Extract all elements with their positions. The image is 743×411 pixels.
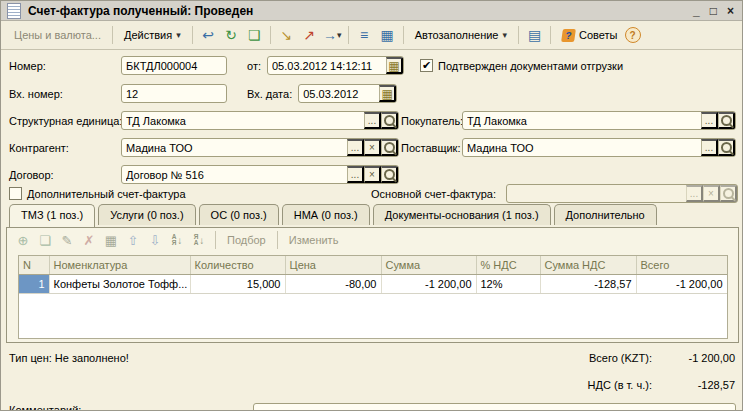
pick-button[interactable]: Подбор bbox=[222, 232, 271, 248]
delete-row-button[interactable]: ✗ bbox=[79, 231, 99, 250]
supplier-input[interactable] bbox=[463, 139, 701, 156]
table-row[interactable]: 1 Конфеты Золотое Тофф... 15,000 -80,00 … bbox=[19, 275, 727, 294]
maximize-button[interactable]: □ bbox=[710, 4, 717, 18]
in-date-field-wrap: ▦ bbox=[298, 84, 397, 103]
ellipsis-icon: ... bbox=[690, 188, 698, 199]
structural-unit-field-wrap: ... bbox=[121, 111, 399, 130]
move-up-button[interactable]: ⇧ bbox=[123, 231, 143, 250]
report-icon: ▤ bbox=[528, 28, 541, 42]
magnifier-icon bbox=[721, 115, 732, 126]
contract-select-button[interactable]: ... bbox=[347, 166, 364, 183]
cancel-posting-button[interactable]: ↗ bbox=[298, 25, 321, 46]
tips-label: Советы bbox=[579, 29, 617, 41]
in-number-input[interactable] bbox=[122, 85, 226, 102]
col-header-vat-percent: % НДС bbox=[476, 256, 540, 275]
go-to-button[interactable]: →▾ bbox=[321, 25, 344, 46]
cancel-posting-icon: ↗ bbox=[303, 28, 315, 42]
tab-services[interactable]: Услуги (0 поз.) bbox=[98, 204, 195, 225]
buyer-input[interactable] bbox=[463, 112, 701, 129]
edit-icon: ✎ bbox=[62, 233, 73, 248]
tab-os[interactable]: ОС (0 поз.) bbox=[199, 204, 279, 225]
tab-nma[interactable]: НМА (0 поз.) bbox=[282, 204, 370, 225]
cell-amount[interactable]: -1 200,00 bbox=[381, 275, 476, 294]
tips-button[interactable]: ? Советы bbox=[555, 25, 624, 46]
col-header-quantity: Количество bbox=[190, 256, 285, 275]
cell-total[interactable]: -1 200,00 bbox=[636, 275, 727, 294]
copy-document-button[interactable]: ❏ bbox=[243, 25, 266, 46]
list-rows-icon: ≡ bbox=[360, 28, 368, 42]
change-button[interactable]: Изменить bbox=[284, 232, 344, 248]
contractor-select-button[interactable]: ... bbox=[347, 139, 364, 156]
copy-row-button[interactable]: ❏ bbox=[35, 231, 55, 250]
additional-invoice-checkbox[interactable]: Дополнительный счет-фактура bbox=[9, 187, 186, 200]
buyer-open-button[interactable] bbox=[718, 112, 735, 129]
buyer-select-button[interactable]: ... bbox=[701, 112, 718, 129]
move-down-button[interactable]: ⇩ bbox=[145, 231, 165, 250]
actions-label: Действия bbox=[124, 29, 172, 41]
write-document-button[interactable]: ↩ bbox=[197, 25, 220, 46]
contractor-clear-button[interactable]: × bbox=[364, 139, 381, 156]
main-invoice-input[interactable] bbox=[507, 185, 686, 202]
actions-button[interactable]: Действия ▾ bbox=[117, 25, 188, 45]
cell-nomenclature[interactable]: Конфеты Золотое Тофф... bbox=[49, 275, 190, 294]
sort-descending-button[interactable]: ЯА ↓ bbox=[189, 231, 209, 250]
ellipsis-icon: ... bbox=[351, 169, 359, 180]
cell-quantity[interactable]: 15,000 bbox=[190, 275, 285, 294]
buyer-label: Покупатель: bbox=[401, 115, 462, 127]
cell-row-number[interactable]: 1 bbox=[19, 275, 49, 294]
list-settings-button[interactable]: ≡ bbox=[353, 25, 376, 46]
contract-label: Договор: bbox=[9, 169, 121, 181]
structural-unit-open-button[interactable] bbox=[381, 112, 398, 129]
report-button[interactable]: ▤ bbox=[523, 25, 546, 46]
in-date-input[interactable] bbox=[299, 85, 379, 102]
copy-icon: ❏ bbox=[39, 233, 51, 248]
structural-unit-select-button[interactable]: ... bbox=[364, 112, 381, 129]
minimize-button[interactable]: _ bbox=[693, 4, 700, 18]
close-button[interactable]: × bbox=[727, 4, 734, 18]
prices-currency-button[interactable]: Цены и валюта... bbox=[7, 25, 108, 45]
cell-price[interactable]: -80,00 bbox=[285, 275, 381, 294]
tab-additional[interactable]: Дополнительно bbox=[554, 204, 657, 225]
contract-field-wrap: ... × bbox=[121, 165, 399, 184]
arrow-down-icon: ⇩ bbox=[150, 233, 161, 248]
cell-vat-amount[interactable]: -128,57 bbox=[540, 275, 636, 294]
supplier-open-button[interactable] bbox=[718, 139, 735, 156]
in-date-calendar-button[interactable]: ▦ bbox=[379, 85, 396, 102]
tab-bar: ТМЗ (1 поз.) Услуги (0 поз.) ОС (0 поз.)… bbox=[9, 204, 657, 225]
contract-open-button[interactable] bbox=[381, 166, 398, 183]
toolbar-separator bbox=[192, 26, 193, 44]
confirmed-checkbox[interactable]: ✔ Подтвержден документами отгрузки bbox=[420, 59, 623, 72]
col-header-amount: Сумма bbox=[381, 256, 476, 275]
tab-base-documents[interactable]: Документы-основания (1 поз.) bbox=[373, 204, 551, 225]
repost-button[interactable]: ↻ bbox=[220, 25, 243, 46]
sort-ascending-button[interactable]: АЯ ↓ bbox=[167, 231, 187, 250]
in-number-label: Вх. номер: bbox=[9, 88, 121, 100]
date-input[interactable] bbox=[268, 57, 386, 74]
main-invoice-open-button bbox=[720, 185, 737, 202]
checkbox-empty bbox=[9, 187, 22, 200]
magnifier-icon bbox=[384, 169, 395, 180]
contract-input[interactable] bbox=[122, 166, 347, 183]
chevron-down-icon: ▾ bbox=[337, 30, 342, 40]
list-columns-button[interactable]: ▦ bbox=[376, 25, 399, 46]
cell-vat-percent[interactable]: 12% bbox=[476, 275, 540, 294]
comment-field[interactable] bbox=[253, 403, 736, 411]
contractor-open-button[interactable] bbox=[381, 139, 398, 156]
contractor-input[interactable] bbox=[122, 139, 347, 156]
structural-unit-input[interactable] bbox=[122, 112, 364, 129]
help-icon[interactable]: ? bbox=[625, 27, 641, 43]
post-movements-button[interactable]: ↘ bbox=[275, 25, 298, 46]
contract-clear-button[interactable]: × bbox=[364, 166, 381, 183]
magnifier-icon bbox=[723, 188, 734, 199]
ellipsis-icon: ... bbox=[705, 115, 713, 126]
confirmed-label: Подтвержден документами отгрузки bbox=[438, 60, 623, 72]
supplier-select-button[interactable]: ... bbox=[701, 139, 718, 156]
date-calendar-button[interactable]: ▦ bbox=[386, 57, 403, 74]
add-row-button[interactable]: ⊕ bbox=[13, 231, 33, 250]
totals-button[interactable]: ▦ bbox=[101, 231, 121, 250]
contractor-label: Контрагент: bbox=[9, 142, 121, 154]
number-input[interactable] bbox=[122, 57, 226, 74]
autofill-button[interactable]: Автозаполнение ▾ bbox=[408, 25, 514, 45]
tab-tmz[interactable]: ТМЗ (1 поз.) bbox=[9, 204, 95, 227]
edit-row-button[interactable]: ✎ bbox=[57, 231, 77, 250]
